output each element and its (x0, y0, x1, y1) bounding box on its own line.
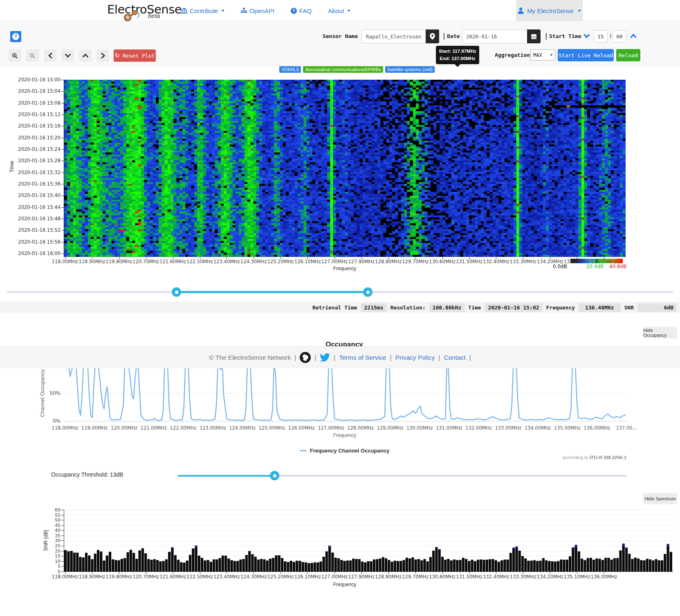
waterfall-freq-tick (254, 257, 254, 259)
spectrum-freq-tick (281, 572, 281, 574)
colorbar-max-label: 40.8dB (609, 264, 627, 269)
pan-up-button[interactable] (79, 49, 92, 62)
faq-icon: ? (291, 8, 297, 14)
terms-of-service-link[interactable]: Terms of Service (339, 354, 386, 361)
pan-left-button[interactable] (44, 49, 56, 62)
spectrum-canvas[interactable] (64, 510, 673, 571)
snr-ytick-label: 5 (44, 564, 61, 569)
zoom-out-icon (29, 53, 36, 59)
range-slider-left-handle[interactable] (172, 287, 181, 297)
waterfall-y-axis (64, 80, 64, 257)
frequency-value: 136.40MHz (579, 303, 620, 312)
date-picker-button[interactable] (527, 29, 541, 43)
time-tick (61, 138, 64, 138)
nav-link-about[interactable]: About (328, 7, 350, 14)
snr-ytick (61, 510, 64, 510)
my-electrosense-menu[interactable]: My ElectroSense (516, 0, 583, 21)
band-badge-vor-ils: VOR/ILS (279, 66, 301, 73)
occupancy-freq-label: 127.00MHz (314, 425, 347, 431)
waterfall-freq-tick (388, 257, 389, 259)
chevron-down-icon (221, 10, 224, 12)
time-tick-label: 2020-01-16 15:40 (0, 193, 61, 198)
spectrum-freq-tick (146, 572, 146, 574)
reload-button[interactable]: Reload (616, 49, 640, 61)
snr-ytick-label: 55 (44, 513, 61, 518)
date-label: Date (447, 33, 460, 39)
snr-ytick-label: 20 (44, 549, 61, 554)
note-prefix: according to (563, 455, 590, 460)
threshold-slider-handle[interactable] (270, 471, 279, 480)
twitter-icon[interactable] (320, 353, 330, 362)
start-hour-input[interactable] (594, 30, 608, 43)
legend-line-icon (300, 450, 307, 451)
start-minute-input[interactable] (613, 30, 626, 43)
pan-down-button[interactable] (61, 49, 74, 62)
waterfall-canvas[interactable] (64, 80, 626, 257)
snr-ytick (61, 540, 64, 541)
chevron-right-icon (101, 53, 105, 58)
calendar-icon (531, 34, 537, 40)
tooltip-start: Start: 117.97MHz (436, 48, 479, 55)
waterfall-freq-tick (281, 257, 281, 259)
time-tick-label: 2020-01-16 15:24 (0, 146, 61, 152)
time-tick-label: 2020-01-16 16:00 (0, 251, 61, 256)
aggregation-select[interactable]: MAX ▼ (530, 49, 555, 60)
footer: © The ElectroSense Network | | | Terms o… (0, 346, 680, 368)
start-live-reload-button[interactable]: Start Live Reload (558, 49, 614, 61)
band-badges: VOR/ILS Aeronautical communications/EPIR… (279, 66, 435, 73)
select-caret-icon: ▼ (550, 53, 552, 57)
reset-plot-label: Reset Plot (123, 53, 155, 59)
spectrum-freq-tick (173, 572, 173, 574)
time-tick (61, 253, 64, 254)
zoom-in-button[interactable] (9, 49, 21, 62)
waterfall-freq-tick (334, 257, 335, 259)
handle-dot (366, 291, 370, 294)
time-tick-label: 2020-01-16 15:52 (0, 227, 61, 233)
privacy-policy-link[interactable]: Privacy Policy (395, 354, 435, 361)
nav-link-openapi[interactable]: OpenAPI (241, 7, 274, 14)
range-slider-right-handle[interactable] (363, 287, 373, 297)
snr-ytick (61, 515, 64, 515)
zoom-out-button[interactable] (26, 49, 39, 62)
retrieval-time-value: 2215ms (361, 303, 387, 312)
occupancy-polyline (64, 365, 626, 421)
github-icon[interactable] (300, 352, 311, 363)
help-button[interactable]: ? (10, 31, 21, 42)
occupancy-line-chart[interactable] (0, 364, 680, 423)
spectrum-freq-tick (361, 572, 362, 574)
hide-spectrum-button[interactable]: Hide Spectrum (643, 493, 677, 504)
sensor-locate-button[interactable] (426, 29, 439, 43)
sensor-name-input[interactable] (361, 29, 426, 43)
occupancy-legend[interactable]: Frequency Channel Occupancy (263, 448, 426, 454)
occupancy-freq-label: 118.00MHz (49, 425, 81, 431)
separator: | (442, 32, 446, 40)
hide-occupancy-button[interactable]: Hide Occupancy (643, 327, 677, 338)
occupancy-freq-label: 129.00MHz (374, 425, 406, 431)
reset-plot-button[interactable]: ↻ Reset Plot (114, 49, 156, 62)
waterfall-freq-tick (577, 257, 577, 259)
pan-right-button[interactable] (97, 49, 109, 62)
nav-link-label: Contribute (190, 7, 218, 14)
time-tick (61, 126, 64, 126)
contact-link[interactable]: Contact (444, 354, 465, 361)
nav-link-contribute[interactable]: Contribute (181, 7, 224, 14)
time-tick-label: 2020-01-16 15:56 (0, 239, 61, 245)
footer-separator: | (314, 354, 316, 361)
spectrum-freq-tick (442, 572, 443, 574)
openapi-icon (241, 8, 247, 13)
brand-title[interactable]: ElectroSense (107, 2, 182, 16)
time-tick-label: 2020-01-16 15:44 (0, 204, 61, 210)
waterfall-freq-tick (415, 257, 416, 259)
spectrum-freq-tick (577, 572, 577, 574)
time-tick (61, 172, 64, 173)
time-tick-label: 2020-01-16 15:20 (0, 135, 61, 141)
occupancy-freq-label: 132.00MHz (462, 425, 495, 431)
time-increase-chevron-icon[interactable] (630, 34, 637, 38)
snr-ytick-label: 45 (44, 523, 61, 528)
occupancy-freq-label: 119.00MHz (78, 425, 111, 431)
occupancy-freq-label: 136.00MHz (581, 425, 613, 431)
nav-link-faq[interactable]: ? FAQ (291, 7, 312, 14)
date-input[interactable] (462, 29, 527, 43)
time-tick-label: 2020-01-16 15:36 (0, 181, 61, 187)
time-decrease-chevron-icon[interactable] (583, 34, 590, 38)
